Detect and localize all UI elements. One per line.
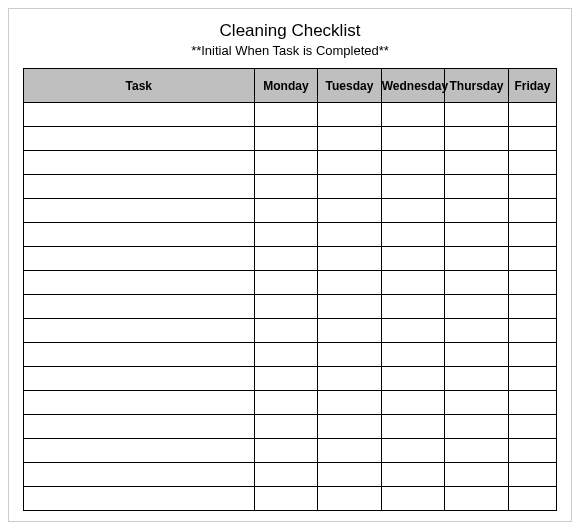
day-cell[interactable] xyxy=(445,295,509,319)
day-cell[interactable] xyxy=(445,103,509,127)
day-cell[interactable] xyxy=(381,439,445,463)
day-cell[interactable] xyxy=(254,415,318,439)
day-cell[interactable] xyxy=(254,319,318,343)
day-cell[interactable] xyxy=(381,247,445,271)
day-cell[interactable] xyxy=(508,319,556,343)
day-cell[interactable] xyxy=(254,343,318,367)
task-cell[interactable] xyxy=(24,199,255,223)
day-cell[interactable] xyxy=(445,391,509,415)
day-cell[interactable] xyxy=(508,247,556,271)
day-cell[interactable] xyxy=(254,295,318,319)
day-cell[interactable] xyxy=(318,127,382,151)
task-cell[interactable] xyxy=(24,343,255,367)
day-cell[interactable] xyxy=(381,295,445,319)
task-cell[interactable] xyxy=(24,247,255,271)
day-cell[interactable] xyxy=(381,199,445,223)
task-cell[interactable] xyxy=(24,175,255,199)
day-cell[interactable] xyxy=(254,175,318,199)
day-cell[interactable] xyxy=(508,199,556,223)
task-cell[interactable] xyxy=(24,151,255,175)
day-cell[interactable] xyxy=(318,487,382,511)
day-cell[interactable] xyxy=(381,175,445,199)
day-cell[interactable] xyxy=(445,151,509,175)
day-cell[interactable] xyxy=(381,151,445,175)
day-cell[interactable] xyxy=(381,391,445,415)
day-cell[interactable] xyxy=(318,463,382,487)
day-cell[interactable] xyxy=(381,343,445,367)
day-cell[interactable] xyxy=(445,199,509,223)
day-cell[interactable] xyxy=(445,439,509,463)
day-cell[interactable] xyxy=(381,223,445,247)
day-cell[interactable] xyxy=(254,199,318,223)
day-cell[interactable] xyxy=(381,367,445,391)
day-cell[interactable] xyxy=(445,463,509,487)
task-cell[interactable] xyxy=(24,415,255,439)
day-cell[interactable] xyxy=(254,463,318,487)
day-cell[interactable] xyxy=(318,319,382,343)
day-cell[interactable] xyxy=(381,487,445,511)
day-cell[interactable] xyxy=(445,175,509,199)
day-cell[interactable] xyxy=(445,271,509,295)
day-cell[interactable] xyxy=(318,271,382,295)
task-cell[interactable] xyxy=(24,127,255,151)
day-cell[interactable] xyxy=(508,271,556,295)
task-cell[interactable] xyxy=(24,463,255,487)
task-cell[interactable] xyxy=(24,295,255,319)
day-cell[interactable] xyxy=(381,319,445,343)
day-cell[interactable] xyxy=(508,439,556,463)
day-cell[interactable] xyxy=(254,271,318,295)
day-cell[interactable] xyxy=(445,415,509,439)
task-cell[interactable] xyxy=(24,367,255,391)
day-cell[interactable] xyxy=(381,127,445,151)
day-cell[interactable] xyxy=(318,199,382,223)
day-cell[interactable] xyxy=(508,343,556,367)
day-cell[interactable] xyxy=(381,415,445,439)
day-cell[interactable] xyxy=(254,439,318,463)
day-cell[interactable] xyxy=(318,343,382,367)
task-cell[interactable] xyxy=(24,439,255,463)
day-cell[interactable] xyxy=(318,391,382,415)
day-cell[interactable] xyxy=(318,151,382,175)
task-cell[interactable] xyxy=(24,319,255,343)
day-cell[interactable] xyxy=(318,247,382,271)
day-cell[interactable] xyxy=(381,103,445,127)
day-cell[interactable] xyxy=(254,367,318,391)
day-cell[interactable] xyxy=(381,271,445,295)
task-cell[interactable] xyxy=(24,223,255,247)
day-cell[interactable] xyxy=(445,127,509,151)
day-cell[interactable] xyxy=(318,439,382,463)
day-cell[interactable] xyxy=(318,175,382,199)
day-cell[interactable] xyxy=(254,391,318,415)
day-cell[interactable] xyxy=(445,367,509,391)
day-cell[interactable] xyxy=(445,319,509,343)
day-cell[interactable] xyxy=(318,103,382,127)
day-cell[interactable] xyxy=(254,487,318,511)
day-cell[interactable] xyxy=(318,223,382,247)
day-cell[interactable] xyxy=(508,487,556,511)
day-cell[interactable] xyxy=(254,127,318,151)
day-cell[interactable] xyxy=(254,247,318,271)
day-cell[interactable] xyxy=(445,223,509,247)
day-cell[interactable] xyxy=(508,223,556,247)
day-cell[interactable] xyxy=(508,295,556,319)
task-cell[interactable] xyxy=(24,271,255,295)
day-cell[interactable] xyxy=(508,391,556,415)
day-cell[interactable] xyxy=(445,247,509,271)
day-cell[interactable] xyxy=(254,151,318,175)
day-cell[interactable] xyxy=(445,487,509,511)
day-cell[interactable] xyxy=(508,127,556,151)
day-cell[interactable] xyxy=(254,223,318,247)
day-cell[interactable] xyxy=(508,151,556,175)
day-cell[interactable] xyxy=(508,463,556,487)
day-cell[interactable] xyxy=(318,367,382,391)
day-cell[interactable] xyxy=(318,295,382,319)
day-cell[interactable] xyxy=(445,343,509,367)
task-cell[interactable] xyxy=(24,487,255,511)
day-cell[interactable] xyxy=(508,415,556,439)
day-cell[interactable] xyxy=(508,367,556,391)
day-cell[interactable] xyxy=(508,175,556,199)
day-cell[interactable] xyxy=(508,103,556,127)
day-cell[interactable] xyxy=(254,103,318,127)
day-cell[interactable] xyxy=(318,415,382,439)
task-cell[interactable] xyxy=(24,103,255,127)
